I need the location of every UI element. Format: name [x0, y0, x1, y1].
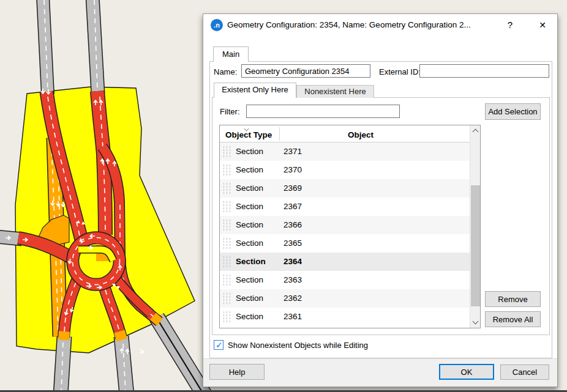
tab-nonexistent-here[interactable]: Nonexistent Here [296, 85, 374, 98]
section-icon [223, 238, 231, 249]
section-icon [223, 311, 231, 322]
objects-table: Object Type Object Section 2371 Section … [219, 125, 481, 328]
scrollbar-thumb[interactable] [471, 185, 480, 306]
table-row[interactable]: Section 2367 [220, 198, 471, 216]
table-row[interactable]: Section 2370 [220, 161, 471, 179]
table-row[interactable]: Section 2363 [220, 271, 471, 289]
road-north-west-gray[interactable] [43, 0, 48, 94]
geometry-configuration-dialog: .n Geometry Configuration: 2354, Name: G… [203, 13, 558, 387]
dialog-title: Geometry Configuration: 2354, Name: Geom… [227, 14, 471, 36]
road-south-west-gray[interactable] [61, 336, 64, 392]
row-object-type: Section [236, 257, 266, 266]
section-icon [223, 256, 231, 267]
row-object-id: 2369 [284, 183, 302, 193]
table-scrollbar[interactable] [470, 125, 480, 328]
section-icon [223, 275, 231, 286]
row-object-id: 2367 [284, 202, 302, 211]
row-object-type: Section [236, 147, 263, 156]
dialog-help-button[interactable]: ? [500, 14, 520, 36]
table-rows-container: Section 2371 Section 2370 Section 2369 S… [220, 142, 471, 326]
external-id-label: External ID: [379, 67, 421, 76]
show-nonexistent-label: Show Nonexistent Objects while Editing [228, 341, 368, 350]
aimsun-logo-icon: .n [211, 19, 223, 31]
show-nonexistent-checkbox[interactable]: ✓ [214, 340, 223, 350]
column-header-object[interactable]: Object [280, 130, 441, 139]
row-object-type: Section [236, 312, 263, 321]
name-input[interactable] [241, 64, 370, 78]
section-icon [223, 146, 231, 157]
row-object-type: Section [236, 202, 263, 211]
table-row[interactable]: Section 2362 [220, 289, 471, 308]
row-object-id: 2362 [284, 294, 302, 303]
row-object-id: 2365 [284, 239, 302, 248]
row-object-id: 2363 [284, 275, 302, 284]
row-object-type: Section [236, 294, 263, 303]
road-north-red[interactable] [97, 91, 105, 235]
ok-button[interactable]: OK [439, 364, 494, 380]
checkbox-check-icon: ✓ [216, 340, 223, 350]
remove-all-button[interactable]: Remove All [485, 311, 541, 327]
row-object-type: Section [236, 165, 263, 174]
table-header[interactable]: Object Type Object [220, 125, 471, 142]
section-icon [223, 293, 231, 304]
dialog-titlebar[interactable]: .n Geometry Configuration: 2354, Name: G… [203, 14, 557, 36]
road-south-gray[interactable] [121, 336, 127, 392]
scroll-down-icon[interactable] [470, 317, 481, 328]
column-header-object-type[interactable]: Object Type [225, 130, 272, 139]
row-object-type: Section [236, 183, 263, 193]
scroll-up-icon[interactable] [470, 125, 481, 136]
table-row[interactable]: Section 2365 [220, 234, 471, 253]
section-icon [223, 220, 231, 231]
help-button[interactable]: Help [209, 364, 265, 380]
roundabout[interactable] [67, 232, 126, 290]
row-object-id: 2371 [284, 147, 302, 156]
application-window: .n Geometry Configuration: 2354, Name: G… [0, 0, 567, 392]
transition-band-s [119, 331, 122, 340]
filter-label: Filter: [220, 107, 240, 116]
section-icon [223, 165, 231, 176]
row-object-id: 2364 [284, 257, 302, 266]
row-object-type: Section [236, 275, 263, 284]
table-row[interactable]: Section 2371 [220, 142, 471, 161]
transition-band-se [153, 316, 160, 322]
transition-band-sw [64, 331, 64, 340]
table-row[interactable]: Section 2364 [220, 253, 471, 271]
row-object-type: Section [236, 220, 263, 229]
filter-input[interactable] [246, 105, 400, 118]
cancel-button[interactable]: Cancel [500, 364, 549, 380]
row-object-id: 2366 [284, 220, 302, 229]
road-north-east-gray[interactable] [92, 0, 98, 94]
table-row[interactable]: Section 2366 [220, 216, 471, 234]
name-label: Name: [214, 67, 237, 76]
row-object-id: 2370 [284, 165, 302, 174]
external-id-input[interactable] [419, 64, 549, 78]
table-row[interactable]: Section 2361 [220, 308, 471, 326]
section-icon [223, 201, 231, 212]
tab-main[interactable]: Main [213, 46, 249, 62]
add-selection-button[interactable]: Add Selection [485, 103, 541, 120]
road-south-east-dual-carriageway[interactable] [157, 317, 205, 392]
remove-button[interactable]: Remove [485, 291, 541, 307]
section-icon [223, 183, 231, 194]
table-row[interactable]: Section 2369 [220, 179, 471, 198]
dialog-close-button[interactable]: ✕ [532, 14, 553, 36]
row-object-type: Section [236, 239, 263, 248]
tab-existent-only-here[interactable]: Existent Only Here [214, 83, 296, 98]
row-object-id: 2361 [284, 312, 302, 321]
